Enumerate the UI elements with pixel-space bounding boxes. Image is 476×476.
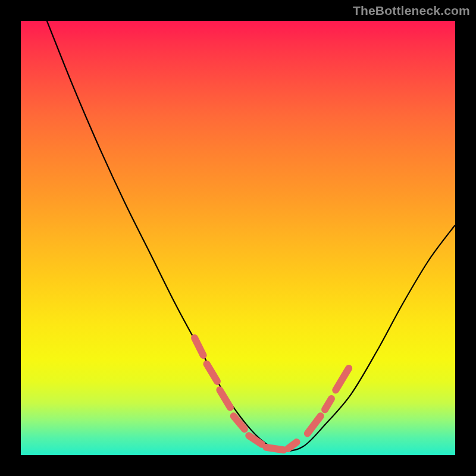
chart-svg bbox=[21, 21, 455, 455]
highlight-dash bbox=[220, 390, 230, 408]
plot-area bbox=[21, 21, 455, 455]
highlight-dash bbox=[325, 399, 331, 409]
highlight-dash bbox=[195, 338, 203, 355]
highlight-dash bbox=[288, 442, 297, 449]
watermark-text: TheBottleneck.com bbox=[353, 4, 470, 18]
highlight-dash bbox=[206, 364, 217, 381]
highlight-dash bbox=[266, 447, 283, 450]
highlight-dash bbox=[308, 416, 321, 433]
highlight-dash bbox=[234, 416, 245, 429]
bottleneck-curve bbox=[47, 21, 455, 451]
highlight-dash bbox=[336, 368, 349, 390]
chart-container: TheBottleneck.com bbox=[0, 0, 476, 476]
highlight-dashes bbox=[195, 338, 349, 450]
highlight-dash bbox=[249, 436, 262, 444]
